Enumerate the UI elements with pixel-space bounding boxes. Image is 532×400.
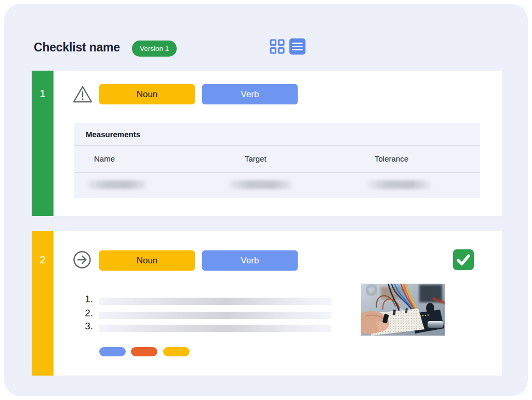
list-item-placeholder bbox=[99, 325, 331, 332]
column-header-target: Target bbox=[245, 154, 267, 163]
step-2-number: 2 bbox=[32, 254, 54, 266]
placeholder-cell-name bbox=[87, 180, 147, 189]
list-view-icon[interactable] bbox=[289, 38, 305, 55]
warning-triangle-icon bbox=[72, 84, 93, 104]
tag-pill-orange[interactable] bbox=[131, 347, 157, 356]
tag-pill-blue[interactable] bbox=[99, 347, 126, 356]
grid-view-icon[interactable] bbox=[269, 38, 285, 55]
placeholder-cell-target bbox=[229, 180, 292, 189]
step-2-number-bar: 2 bbox=[32, 231, 54, 376]
screenshot-stage: Checklist name Version 1 bbox=[0, 0, 532, 400]
list-marker-2: 2. bbox=[77, 308, 93, 319]
checklist-card: Checklist name Version 1 bbox=[4, 4, 528, 396]
verb-button-step1[interactable]: Verb bbox=[202, 84, 298, 104]
column-header-tolerance: Tolerance bbox=[375, 154, 408, 163]
noun-button-step2[interactable]: Noun bbox=[99, 250, 195, 271]
arrow-right-circle-icon bbox=[72, 250, 92, 270]
tag-pill-yellow[interactable] bbox=[163, 347, 190, 356]
verb-button-step2[interactable]: Verb bbox=[202, 250, 298, 271]
list-marker-3: 3. bbox=[77, 321, 93, 332]
step-1-number-bar: 1 bbox=[32, 71, 54, 216]
list-item-placeholder bbox=[99, 298, 331, 305]
list-marker-1: 1. bbox=[77, 294, 93, 305]
step-1-card: 1 Noun Verb Measurements Name Target Tol… bbox=[32, 71, 502, 216]
placeholder-cell-tolerance bbox=[368, 180, 430, 189]
measurements-table: Measurements Name Target Tolerance bbox=[74, 123, 480, 198]
list-item-placeholder bbox=[99, 312, 331, 319]
step-1-number: 1 bbox=[32, 87, 54, 100]
completed-checkbox-icon[interactable] bbox=[453, 249, 474, 270]
measurements-table-header-row: Name Target Tolerance bbox=[74, 146, 480, 173]
page-title: Checklist name bbox=[34, 41, 120, 55]
table-row bbox=[74, 173, 480, 198]
noun-button-step1[interactable]: Noun bbox=[99, 84, 195, 104]
step-2-card: 2 Noun Verb 1. 2. 3. bbox=[32, 231, 502, 376]
measurements-table-title: Measurements bbox=[74, 123, 480, 146]
column-header-name: Name bbox=[94, 154, 115, 163]
breadboard-electronics-photo bbox=[361, 284, 445, 336]
version-badge: Version 1 bbox=[132, 41, 177, 57]
